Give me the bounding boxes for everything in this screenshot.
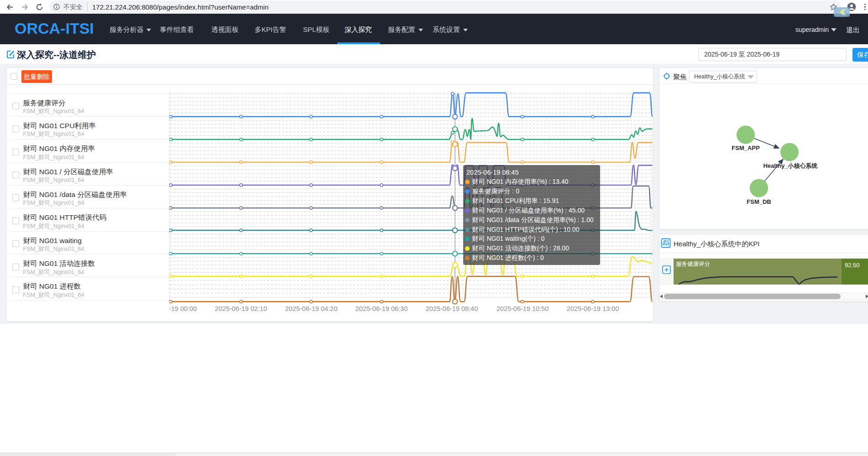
svg-text:FSM_APP: FSM_APP [732,145,760,151]
svg-text:2025-06-19 02:10: 2025-06-19 02:10 [215,305,267,312]
svg-text:FSM_DB: FSM_DB [747,198,771,205]
svg-text:2025-06-19 04:20: 2025-06-19 04:20 [285,305,338,312]
svg-text:2025-06-19 13:00: 2025-06-19 13:00 [567,305,619,312]
svg-text:2025-06-19 10:50: 2025-06-19 10:50 [497,305,549,312]
svg-text:Healthy_小核心系统: Healthy_小核心系统 [763,162,817,169]
svg-text:2025-06-19 06:30: 2025-06-19 06:30 [356,305,408,312]
svg-text:2025-06-19 08:40: 2025-06-19 08:40 [426,305,478,312]
svg-text:2025-06-19 00:00: 2025-06-19 00:00 [169,305,197,312]
